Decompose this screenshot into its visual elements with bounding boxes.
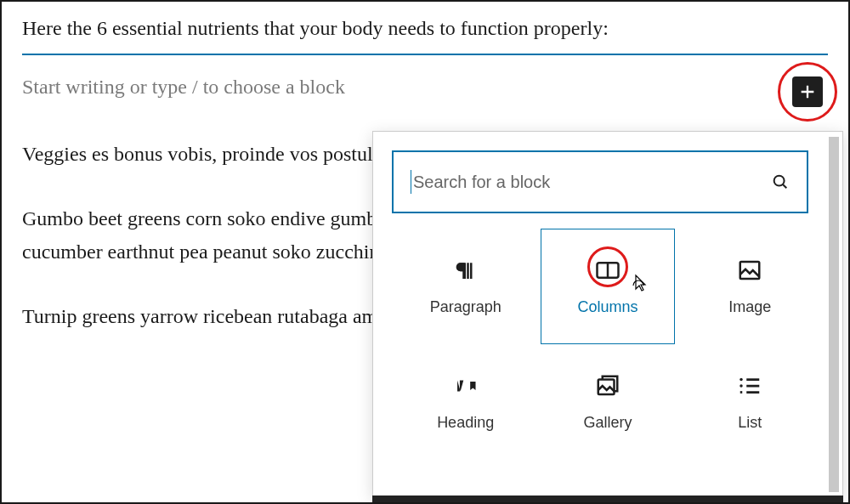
block-option-columns[interactable]: Columns	[541, 229, 674, 344]
block-label: List	[738, 414, 762, 432]
search-wrap	[373, 132, 842, 229]
plus-icon	[798, 82, 817, 101]
heading-icon	[453, 373, 479, 399]
popover-scrollbar[interactable]	[827, 137, 841, 492]
block-option-list[interactable]: List	[683, 360, 817, 445]
block-label: Paragraph	[430, 298, 502, 316]
columns-icon	[595, 258, 620, 283]
scrollbar-thumb[interactable]	[829, 137, 839, 492]
gallery-icon	[595, 373, 620, 399]
blocks-grid: Paragraph Columns	[373, 229, 842, 462]
list-icon	[737, 373, 762, 399]
search-box[interactable]	[392, 150, 808, 213]
block-option-heading[interactable]: Heading	[399, 360, 532, 445]
block-label: Image	[728, 298, 771, 316]
search-input[interactable]	[413, 173, 771, 192]
block-option-image[interactable]: Image	[683, 229, 817, 344]
block-option-gallery[interactable]: Gallery	[541, 360, 674, 445]
block-option-paragraph[interactable]: Paragraph	[399, 229, 532, 344]
block-label: Gallery	[583, 414, 632, 432]
divider	[22, 54, 828, 55]
svg-point-6	[740, 384, 744, 388]
editor-frame: Here the 6 essential nutrients that your…	[0, 0, 850, 504]
search-icon	[771, 173, 790, 191]
popover-bottom-edge	[372, 496, 843, 502]
block-label: Heading	[437, 414, 494, 432]
paragraph-icon	[453, 258, 479, 283]
svg-point-0	[774, 176, 785, 186]
block-label: Columns	[577, 298, 638, 316]
block-inserter-popover: Paragraph Columns	[372, 131, 843, 498]
text-cursor	[411, 170, 411, 194]
svg-point-5	[740, 377, 744, 381]
add-block-button[interactable]	[792, 76, 823, 107]
block-placeholder[interactable]: Start writing or type / to choose a bloc…	[22, 76, 828, 99]
image-icon	[737, 258, 762, 283]
mouse-cursor-icon	[630, 274, 647, 294]
page-heading[interactable]: Here the 6 essential nutrients that your…	[22, 17, 828, 40]
